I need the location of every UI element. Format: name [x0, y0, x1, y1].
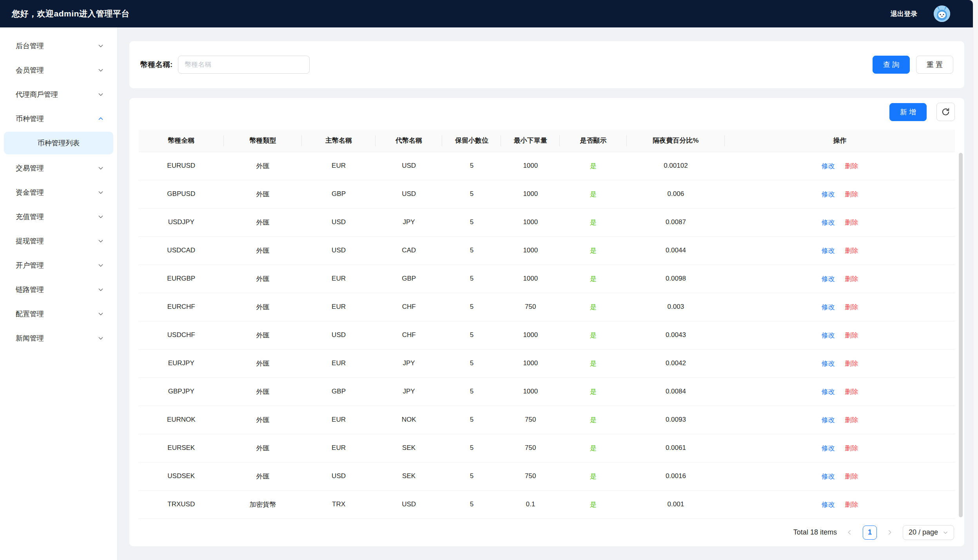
sidebar-item-funds[interactable]: 资金管理	[0, 180, 117, 205]
edit-link[interactable]: 修改	[821, 387, 835, 396]
cell-actions: 修改删除	[725, 321, 955, 349]
sidebar-item-account-opening[interactable]: 开户管理	[0, 253, 117, 277]
cell-type: 外匯	[224, 406, 302, 434]
delete-link[interactable]: 删除	[845, 218, 858, 227]
cell-type: 外匯	[224, 208, 302, 236]
sidebar-item-news[interactable]: 新闻管理	[0, 326, 117, 350]
cell-actions: 修改删除	[725, 152, 955, 180]
edit-link[interactable]: 修改	[821, 161, 835, 170]
chevron-down-icon	[98, 262, 104, 268]
cell-full-name: GBPUSD	[139, 180, 224, 208]
edit-link[interactable]: 修改	[821, 331, 835, 340]
sidebar-item-link[interactable]: 链路管理	[0, 277, 117, 302]
cell-full-name: EURSEK	[139, 434, 224, 462]
sidebar-item-member[interactable]: 会员管理	[0, 58, 117, 82]
delete-link[interactable]: 删除	[845, 274, 858, 283]
sidebar-item-trade[interactable]: 交易管理	[0, 156, 117, 180]
cell-visible: 是	[560, 152, 627, 180]
chevron-down-icon	[98, 311, 104, 317]
cell-base-currency: EUR	[302, 406, 375, 434]
delete-link[interactable]: 删除	[845, 500, 858, 509]
user-avatar[interactable]	[934, 5, 950, 22]
cell-visible: 是	[560, 265, 627, 293]
column-header-min-order: 最小下單量	[501, 130, 560, 152]
sidebar: 后台管理会员管理代理商戶管理币种管理币种管理列表交易管理资金管理充值管理提现管理…	[0, 27, 118, 560]
sidebar-item-config[interactable]: 配置管理	[0, 302, 117, 326]
delete-link[interactable]: 删除	[845, 190, 858, 199]
sidebar-item-backstage[interactable]: 后台管理	[0, 34, 117, 58]
delete-link[interactable]: 删除	[845, 246, 858, 255]
delete-link[interactable]: 删除	[845, 331, 858, 340]
add-button[interactable]: 新 增	[889, 103, 927, 121]
next-page-button[interactable]	[883, 526, 896, 539]
cell-min-order: 1000	[501, 321, 560, 349]
sidebar-item-withdraw[interactable]: 提现管理	[0, 229, 117, 253]
edit-link[interactable]: 修改	[821, 190, 835, 199]
edit-link[interactable]: 修改	[821, 415, 835, 424]
table-header-row: 幣種全稱幣種類型主幣名稱代幣名稱保留小數位最小下單量是否顯示隔夜費百分比%操作	[139, 130, 955, 152]
topbar: 您好，欢迎admin进入管理平台 退出登录	[0, 0, 973, 27]
reset-button[interactable]: 重 置	[916, 56, 953, 74]
cell-full-name: USDCAD	[139, 236, 224, 265]
cell-full-name: TRXUSD	[139, 490, 224, 518]
edit-link[interactable]: 修改	[821, 218, 835, 227]
cell-visible: 是	[560, 180, 627, 208]
edit-link[interactable]: 修改	[821, 500, 835, 509]
cell-visible: 是	[560, 321, 627, 349]
delete-link[interactable]: 删除	[845, 303, 858, 312]
edit-link[interactable]: 修改	[821, 359, 835, 368]
sidebar-subitem-currency-list[interactable]: 币种管理列表	[4, 132, 113, 154]
delete-link[interactable]: 删除	[845, 161, 858, 170]
cell-full-name: USDSEK	[139, 462, 224, 490]
cell-min-order: 1000	[501, 208, 560, 236]
cell-quote-currency: USD	[376, 180, 443, 208]
cell-type: 外匯	[224, 293, 302, 321]
cell-decimals: 5	[442, 377, 501, 406]
table-row: GBPJPY外匯GBPJPY51000是0.0084修改删除	[139, 377, 955, 406]
chevron-down-icon	[98, 286, 104, 293]
page-scrollbar-track[interactable]	[973, 0, 978, 560]
delete-link[interactable]: 删除	[845, 359, 858, 368]
cell-min-order: 750	[501, 293, 560, 321]
chevron-down-icon	[98, 189, 104, 196]
cell-min-order: 1000	[501, 236, 560, 265]
sidebar-item-label: 代理商戶管理	[16, 90, 58, 99]
sidebar-item-label: 币种管理	[16, 114, 44, 123]
table-vertical-scrollbar[interactable]	[959, 153, 963, 517]
column-header-type: 幣種類型	[224, 130, 302, 152]
cell-overnight-fee: 0.0042	[627, 349, 725, 377]
edit-link[interactable]: 修改	[821, 472, 835, 481]
query-button[interactable]: 查 詢	[873, 56, 910, 74]
page-number-button[interactable]: 1	[863, 526, 877, 540]
cell-overnight-fee: 0.003	[627, 293, 725, 321]
table-row: USDJPY外匯USDJPY51000是0.0087修改删除	[139, 208, 955, 236]
logout-button[interactable]: 退出登录	[891, 9, 917, 18]
edit-link[interactable]: 修改	[821, 444, 835, 453]
cell-quote-currency: NOK	[376, 406, 443, 434]
page-size-select[interactable]: 20 / page	[903, 525, 954, 540]
table-row: EURNOK外匯EURNOK5750是0.0093修改删除	[139, 406, 955, 434]
sidebar-item-agent-merchant[interactable]: 代理商戶管理	[0, 82, 117, 107]
delete-link[interactable]: 删除	[845, 472, 858, 481]
edit-link[interactable]: 修改	[821, 303, 835, 312]
page: 您好，欢迎admin进入管理平台 退出登录 后台管理会员管理	[0, 0, 973, 560]
edit-link[interactable]: 修改	[821, 274, 835, 283]
refresh-button[interactable]	[936, 103, 955, 121]
delete-link[interactable]: 删除	[845, 444, 858, 453]
edit-link[interactable]: 修改	[821, 246, 835, 255]
sidebar-item-currency[interactable]: 币种管理	[0, 107, 117, 131]
sidebar-item-label: 交易管理	[16, 163, 44, 173]
pagination: Total 18 items 1 20 / page	[139, 525, 955, 540]
sidebar-item-recharge[interactable]: 充值管理	[0, 205, 117, 229]
delete-link[interactable]: 删除	[845, 387, 858, 396]
cell-overnight-fee: 0.0016	[627, 462, 725, 490]
cell-type: 外匯	[224, 265, 302, 293]
cell-visible: 是	[560, 236, 627, 265]
prev-page-button[interactable]	[843, 526, 856, 539]
table-panel: 新 增 幣種全稱幣種類型主幣名稱代幣名稱保留小數位最小下單量是否顯示隔夜費百分比…	[129, 98, 964, 546]
cell-actions: 修改删除	[725, 490, 955, 518]
currency-name-label: 幣種名稱:	[140, 60, 172, 70]
currency-name-input[interactable]	[178, 56, 310, 74]
delete-link[interactable]: 删除	[845, 415, 858, 424]
sidebar-item-label: 开户管理	[16, 261, 44, 270]
